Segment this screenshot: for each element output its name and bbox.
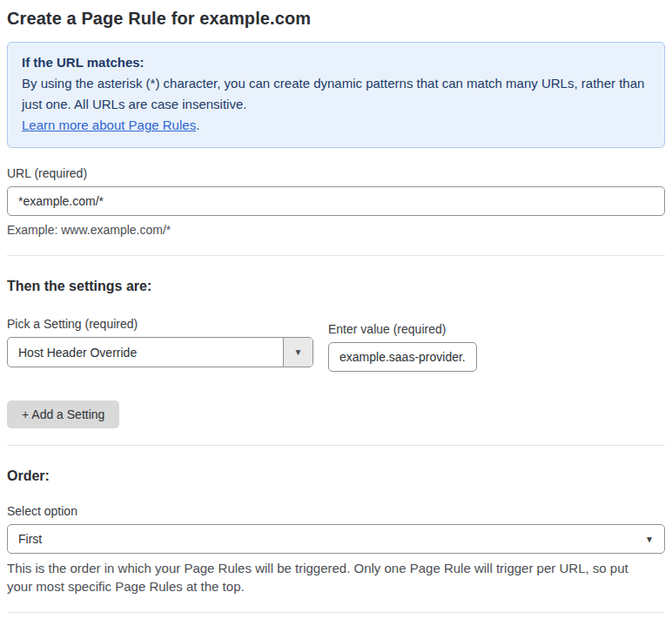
settings-section-heading: Then the settings are: <box>7 279 665 294</box>
chevron-down-icon: ▼ <box>645 535 654 544</box>
url-field-group: URL (required) Example: www.example.com/… <box>7 166 665 239</box>
link-suffix: . <box>196 118 199 132</box>
url-field-label: URL (required) <box>7 166 665 180</box>
order-select[interactable]: First ▼ <box>7 524 665 554</box>
divider <box>7 612 665 613</box>
order-select-label: Select option <box>7 504 665 518</box>
chevron-down-icon: ▼ <box>294 347 303 357</box>
url-example-helper: Example: www.example.com/* <box>7 222 665 239</box>
order-helper-text: This is the order in which your Page Rul… <box>7 559 651 595</box>
add-setting-button[interactable]: + Add a Setting <box>7 400 119 428</box>
order-select-value: First <box>18 532 42 546</box>
setting-value-input[interactable] <box>328 342 477 372</box>
learn-more-link[interactable]: Learn more about Page Rules <box>22 118 196 132</box>
divider <box>7 255 665 256</box>
page-title: Create a Page Rule for example.com <box>7 9 665 29</box>
setting-row: Pick a Setting (required) Host Header Ov… <box>7 317 665 372</box>
setting-dropdown-arrow-button[interactable]: ▼ <box>283 338 312 367</box>
setting-dropdown[interactable]: Host Header Override ▼ <box>7 337 313 367</box>
order-select-group: Select option First ▼ This is the order … <box>7 504 665 595</box>
url-input[interactable] <box>7 186 665 216</box>
enter-value-label: Enter value (required) <box>328 322 477 336</box>
pick-setting-column: Pick a Setting (required) Host Header Ov… <box>7 317 313 367</box>
url-match-info-box: If the URL matches: By using the asteris… <box>7 42 665 148</box>
order-section-heading: Order: <box>7 468 665 484</box>
divider <box>7 445 665 446</box>
setting-dropdown-value: Host Header Override <box>8 338 283 367</box>
info-box-body: By using the asterisk (*) character, you… <box>22 73 650 115</box>
pick-setting-label: Pick a Setting (required) <box>7 317 313 331</box>
enter-value-column: Enter value (required) <box>328 317 477 372</box>
info-box-heading: If the URL matches: <box>22 52 650 73</box>
info-box-link-line: Learn more about Page Rules. <box>22 115 650 136</box>
